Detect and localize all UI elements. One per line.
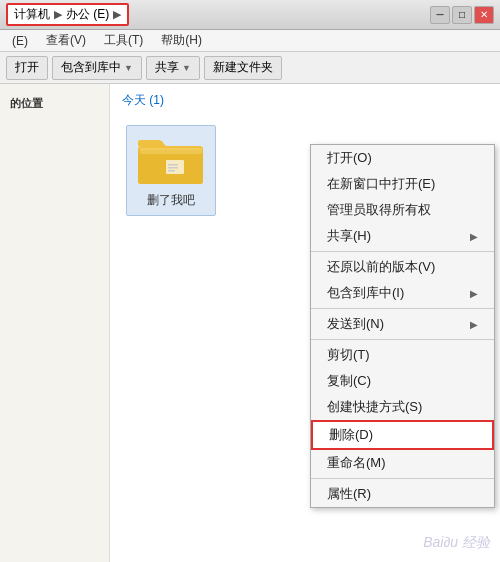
- folder-item[interactable]: 删了我吧: [126, 125, 216, 216]
- svg-rect-6: [168, 170, 175, 172]
- new-folder-label: 新建文件夹: [213, 59, 273, 76]
- menu-view[interactable]: 查看(V): [38, 30, 94, 51]
- ctx-label-1: 在新窗口中打开(E): [327, 175, 435, 193]
- ctx-separator-15: [311, 478, 494, 479]
- share-button[interactable]: 共享 ▼: [146, 56, 200, 80]
- ctx-item-12[interactable]: 创建快捷方式(S): [311, 394, 494, 420]
- ctx-label-16: 属性(R): [327, 485, 371, 503]
- ctx-label-0: 打开(O): [327, 149, 372, 167]
- ctx-label-12: 创建快捷方式(S): [327, 398, 422, 416]
- address-bar[interactable]: 计算机 ▶ 办公 (E) ▶: [6, 3, 129, 26]
- menu-help[interactable]: 帮助(H): [153, 30, 210, 51]
- ctx-label-5: 还原以前的版本(V): [327, 258, 435, 276]
- window-controls: ─ □ ✕: [430, 6, 494, 24]
- sidebar: 的位置: [0, 84, 110, 562]
- breadcrumb-drive[interactable]: 办公 (E): [66, 6, 109, 23]
- maximize-button[interactable]: □: [452, 6, 472, 24]
- svg-rect-2: [140, 148, 202, 154]
- share-label: 共享: [155, 59, 179, 76]
- ctx-item-10[interactable]: 剪切(T): [311, 342, 494, 368]
- folder-icon: [136, 132, 206, 188]
- title-bar: 计算机 ▶ 办公 (E) ▶ ─ □ ✕: [0, 0, 500, 30]
- ctx-label-14: 重命名(M): [327, 454, 386, 472]
- ctx-item-1[interactable]: 在新窗口中打开(E): [311, 171, 494, 197]
- ctx-arrow-6: ▶: [470, 288, 478, 299]
- share-arrow: ▼: [182, 63, 191, 73]
- minimize-button[interactable]: ─: [430, 6, 450, 24]
- archive-label: 包含到库中: [61, 59, 121, 76]
- close-button[interactable]: ✕: [474, 6, 494, 24]
- menu-tools[interactable]: 工具(T): [96, 30, 151, 51]
- ctx-separator-9: [311, 339, 494, 340]
- ctx-label-2: 管理员取得所有权: [327, 201, 431, 219]
- breadcrumb-sep2: ▶: [113, 8, 121, 21]
- ctx-item-8[interactable]: 发送到(N)▶: [311, 311, 494, 337]
- new-folder-button[interactable]: 新建文件夹: [204, 56, 282, 80]
- ctx-arrow-8: ▶: [470, 319, 478, 330]
- ctx-label-3: 共享(H): [327, 227, 371, 245]
- ctx-item-0[interactable]: 打开(O): [311, 145, 494, 171]
- ctx-label-11: 复制(C): [327, 372, 371, 390]
- ctx-item-14[interactable]: 重命名(M): [311, 450, 494, 476]
- ctx-item-3[interactable]: 共享(H)▶: [311, 223, 494, 249]
- ctx-label-10: 剪切(T): [327, 346, 370, 364]
- ctx-item-11[interactable]: 复制(C): [311, 368, 494, 394]
- main-area: 的位置 今天 (1): [0, 84, 500, 562]
- ctx-item-16[interactable]: 属性(R): [311, 481, 494, 507]
- date-group-label: 今天 (1): [118, 92, 492, 109]
- ctx-item-6[interactable]: 包含到库中(I)▶: [311, 280, 494, 306]
- ctx-arrow-3: ▶: [470, 231, 478, 242]
- breadcrumb-sep1: ▶: [54, 8, 62, 21]
- ctx-item-2[interactable]: 管理员取得所有权: [311, 197, 494, 223]
- breadcrumb-computer[interactable]: 计算机: [14, 6, 50, 23]
- archive-button[interactable]: 包含到库中 ▼: [52, 56, 142, 80]
- toolbar: 打开 包含到库中 ▼ 共享 ▼ 新建文件夹: [0, 52, 500, 84]
- sidebar-location: 的位置: [4, 92, 105, 115]
- menu-edit[interactable]: (E): [4, 32, 36, 50]
- folder-label: 删了我吧: [147, 192, 195, 209]
- watermark: Bai∂u 经验: [423, 534, 490, 552]
- ctx-separator-7: [311, 308, 494, 309]
- open-label: 打开: [15, 59, 39, 76]
- open-button[interactable]: 打开: [6, 56, 48, 80]
- svg-rect-4: [168, 164, 178, 166]
- ctx-separator-4: [311, 251, 494, 252]
- archive-arrow: ▼: [124, 63, 133, 73]
- ctx-label-8: 发送到(N): [327, 315, 384, 333]
- content-area: 今天 (1) 删了我: [110, 84, 500, 562]
- svg-rect-5: [168, 167, 178, 169]
- menu-bar: (E) 查看(V) 工具(T) 帮助(H): [0, 30, 500, 52]
- ctx-label-6: 包含到库中(I): [327, 284, 404, 302]
- context-menu: 打开(O)在新窗口中打开(E)管理员取得所有权共享(H)▶还原以前的版本(V)包…: [310, 144, 495, 508]
- ctx-label-13: 删除(D): [329, 426, 373, 444]
- ctx-item-5[interactable]: 还原以前的版本(V): [311, 254, 494, 280]
- ctx-item-13[interactable]: 删除(D): [311, 420, 494, 450]
